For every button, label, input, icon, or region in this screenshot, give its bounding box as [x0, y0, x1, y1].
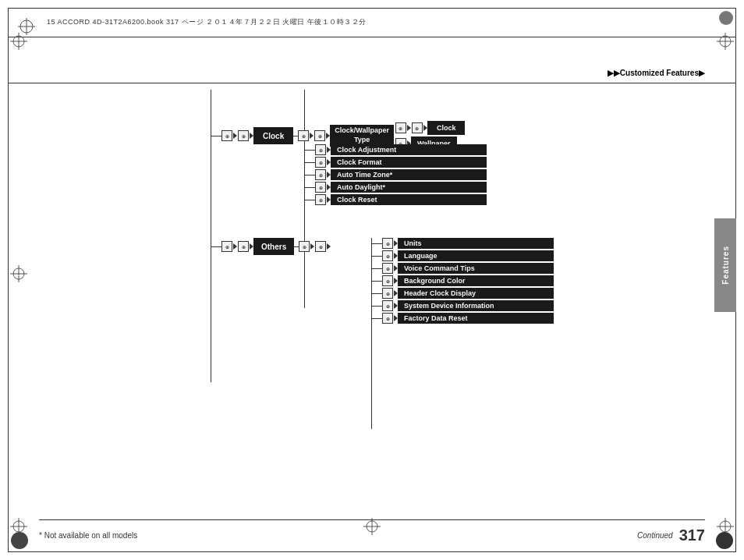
header-text: 15 ACCORD 4D-31T2A6200.book 317 ページ ２０１４…	[47, 17, 367, 27]
others-item-row-0: ⊕ Units	[371, 238, 554, 249]
cwt-c-arr1	[407, 125, 411, 131]
clock-items-group: ⊕ Clock Adjustment ⊕ Clock Format ⊕ Auto…	[304, 144, 487, 205]
hline-oi6	[371, 318, 382, 319]
side-tab-features: Features	[714, 218, 736, 312]
others-item-4: Header Clock Display	[398, 288, 554, 299]
others-item-0: Units	[398, 238, 554, 249]
others-item-row-6: ⊕ Factory Data Reset	[371, 313, 554, 324]
clock-dest: Clock	[427, 121, 466, 135]
clock-icon-group2: ⊕ ⊕	[298, 130, 330, 141]
circle-tr	[719, 11, 733, 25]
hline-ci0	[304, 150, 315, 151]
others-item-row-4: ⊕ Header Clock Display	[371, 288, 554, 299]
header-rule	[8, 83, 736, 83]
page-number: 317	[679, 526, 705, 544]
others-item-6: Factory Data Reset	[398, 313, 554, 324]
side-tab-label: Features	[721, 246, 730, 285]
ci2-icon: ⊕	[315, 169, 326, 180]
clock-item-2: Auto Time Zone*	[331, 169, 487, 180]
header-bar: 15 ACCORD 4D-31T2A6200.book 317 ページ ２０１４…	[8, 8, 736, 37]
oi0-icon: ⊕	[382, 238, 393, 249]
footer: * Not available on all models Continued …	[39, 519, 705, 544]
oi3-icon: ⊕	[382, 275, 393, 286]
others-item-5: System Device Information	[398, 300, 554, 311]
continued-label: Continued	[637, 531, 673, 540]
hline-ci2	[304, 175, 315, 175]
hline-others	[211, 246, 221, 247]
others-item-3: Background Color	[398, 275, 554, 286]
breadcrumb-text: ▶▶Customized Features▶	[608, 69, 705, 77]
others-icon-group2: ⊕ ⊕	[299, 241, 331, 252]
others-arrow-3	[310, 243, 314, 250]
hline-ci4	[304, 200, 315, 200]
ci4-icon: ⊕	[315, 194, 326, 205]
hline-oi2	[371, 268, 382, 269]
hline-oi3	[371, 281, 382, 282]
others-item-row-2: ⊕ Voice Command Tips	[371, 263, 554, 274]
clock-button: Clock	[253, 127, 293, 144]
others-item-row-5: ⊕ System Device Information	[371, 300, 554, 311]
others-icon-2: ⊕	[238, 241, 249, 252]
circle-br	[716, 532, 733, 549]
hline-ci3	[304, 187, 315, 188]
others-icon-1: ⊕	[221, 241, 232, 252]
circle-bl	[11, 532, 28, 549]
clock-item-row-1: ⊕ Clock Format	[304, 157, 487, 168]
oi6-icon: ⊕	[382, 313, 393, 324]
cwt-c-icon1: ⊕	[395, 122, 406, 133]
oi4-icon: ⊕	[382, 288, 393, 299]
clock-arrow-1	[233, 133, 237, 139]
cwt-label: Clock/WallpaperType	[330, 125, 394, 146]
hline-oi5	[371, 306, 382, 307]
others-arrow-1	[233, 243, 237, 250]
others-items-group: ⊕ Units ⊕ Language ⊕ Voice Command Tips …	[371, 238, 554, 324]
others-icon-3: ⊕	[299, 241, 310, 252]
others-main-row: ⊕ ⊕ Others ⊕ ⊕	[211, 238, 331, 255]
clock-icon-group: ⊕ ⊕	[221, 130, 253, 141]
others-button: Others	[253, 238, 294, 255]
clock-arrow-3	[310, 133, 314, 139]
page-info: Continued 317	[637, 526, 705, 544]
crosshair-right-top	[717, 33, 734, 50]
oi5-icon: ⊕	[382, 300, 393, 311]
ci0-icon: ⊕	[315, 144, 326, 155]
clock-item-row-3: ⊕ Auto Daylight*	[304, 182, 487, 193]
others-arrow-4	[327, 243, 331, 250]
clock-item-row-2: ⊕ Auto Time Zone*	[304, 169, 487, 180]
hline-oi1	[371, 256, 382, 257]
hline-oi4	[371, 293, 382, 294]
clock-item-row-0: ⊕ Clock Adjustment	[304, 144, 487, 155]
cwt-clock-row: ⊕ ⊕ Clock	[395, 121, 466, 135]
ci1-icon: ⊕	[315, 157, 326, 168]
crosshair-left-center	[10, 265, 27, 282]
cwt-block: Clock/WallpaperType	[330, 125, 394, 146]
hline-ci1	[304, 162, 315, 163]
hline-clock	[211, 136, 221, 136]
clock-item-1: Clock Format	[331, 157, 487, 168]
others-icon-group: ⊕ ⊕	[221, 241, 253, 252]
clock-icon-4: ⊕	[314, 130, 325, 141]
oi2-icon: ⊕	[382, 263, 393, 274]
crosshair-left-mid	[10, 33, 27, 50]
others-icon-4: ⊕	[315, 241, 326, 252]
hline-oi0	[371, 243, 382, 244]
oi1-icon: ⊕	[382, 250, 393, 261]
others-item-2: Voice Command Tips	[398, 263, 554, 274]
clock-item-0: Clock Adjustment	[331, 144, 487, 155]
clock-item-4: Clock Reset	[331, 194, 487, 205]
clock-icon-2: ⊕	[238, 130, 249, 141]
others-item-1: Language	[398, 250, 554, 261]
clock-icon-1: ⊕	[221, 130, 232, 141]
others-item-row-1: ⊕ Language	[371, 250, 554, 261]
clock-item-3: Auto Daylight*	[331, 182, 487, 193]
cwt-c-icon2: ⊕	[412, 122, 423, 133]
clock-icon-3: ⊕	[298, 130, 309, 141]
ci3-icon: ⊕	[315, 182, 326, 193]
clock-item-row-4: ⊕ Clock Reset	[304, 194, 487, 205]
others-item-row-3: ⊕ Background Color	[371, 275, 554, 286]
footnote-text: * Not available on all models	[39, 531, 137, 540]
breadcrumb: ▶▶Customized Features▶	[608, 69, 705, 77]
